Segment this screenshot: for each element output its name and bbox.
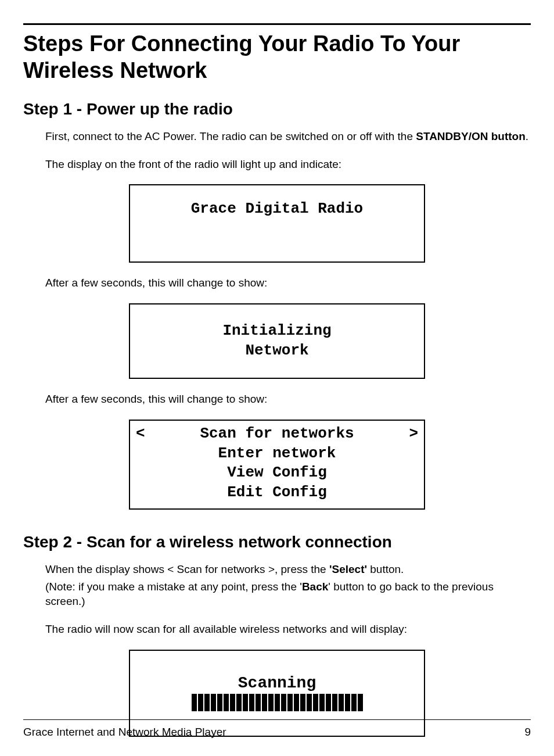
step1-paragraph1: First, connect to the AC Power. The radi…: [45, 129, 531, 144]
back-label: Back: [302, 581, 328, 593]
step2-paragraph2: (Note: if you make a mistake at any poin…: [45, 579, 531, 609]
left-arrow-icon: <: [136, 424, 145, 444]
page-title: Steps For Connecting Your Radio To Your …: [23, 31, 531, 84]
menu-item-enter: Enter network: [136, 444, 418, 464]
step2-paragraph3: The radio will now scan for all availabl…: [45, 622, 531, 637]
scanning-label: Scanning: [238, 675, 316, 693]
step1-paragraph4: After a few seconds, this will change to…: [45, 392, 531, 407]
display-text: Network: [245, 341, 308, 361]
display-screenshot-2: Initializing Network: [129, 303, 425, 379]
menu-item-edit: Edit Config: [136, 483, 418, 503]
step1-paragraph3: After a few seconds, this will change to…: [45, 275, 531, 291]
display-screenshot-1: Grace Digital Radio: [129, 184, 425, 263]
progress-bar-icon: [192, 694, 363, 711]
right-arrow-icon: >: [409, 424, 418, 444]
text: When the display shows < Scan for networ…: [45, 563, 329, 575]
text: (Note: if you make a mistake at any poin…: [45, 581, 302, 593]
display-screenshot-menu: < Scan for networks > Enter network View…: [129, 420, 425, 510]
menu-label: Scan for networks: [200, 425, 354, 442]
step1-paragraph2: The display on the front of the radio wi…: [45, 157, 531, 172]
menu-item-scan: < Scan for networks >: [136, 424, 418, 444]
step2-paragraph1: When the display shows < Scan for networ…: [45, 562, 531, 577]
step1-heading: Step 1 - Power up the radio: [23, 100, 531, 119]
step2-heading: Step 2 - Scan for a wireless network con…: [23, 533, 531, 551]
page-number: 9: [524, 726, 531, 739]
standby-on-label: STANDBY/ON button: [416, 130, 526, 142]
footer-title: Grace Internet and Network Media Player: [23, 726, 226, 739]
text: button.: [367, 563, 404, 575]
text: .: [526, 130, 528, 142]
page-footer: Grace Internet and Network Media Player …: [23, 719, 531, 739]
text: First, connect to the AC Power. The radi…: [45, 130, 416, 142]
footer-rule: [23, 719, 531, 720]
display-text: Initializing: [222, 321, 331, 341]
top-rule: [23, 23, 531, 25]
menu-item-view: View Config: [136, 463, 418, 483]
display-text: Grace Digital Radio: [191, 199, 363, 219]
select-label: 'Select': [329, 563, 367, 575]
